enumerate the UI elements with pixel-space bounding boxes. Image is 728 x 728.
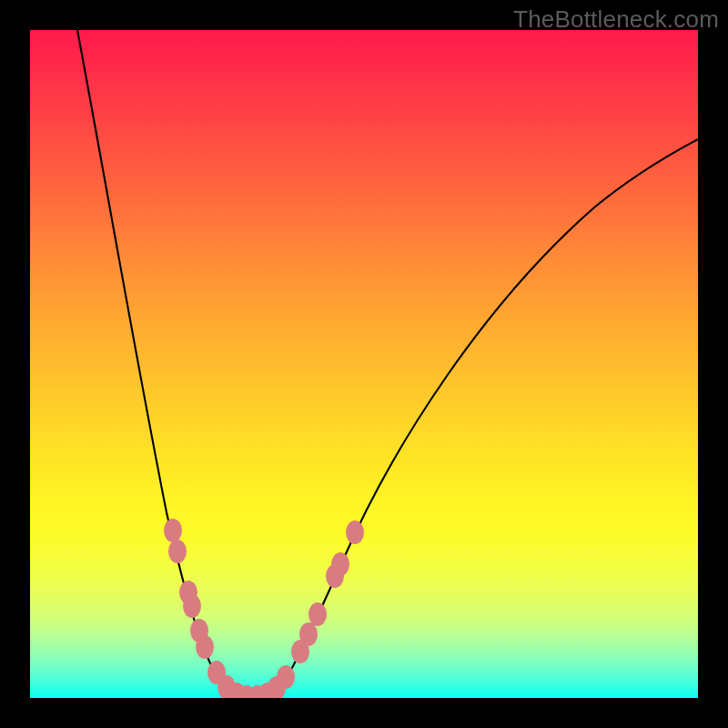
plot-area (30, 30, 698, 698)
scatter-dot (331, 552, 349, 576)
chart-svg (30, 30, 698, 698)
scatter-dot (308, 602, 327, 626)
scatter-dot (277, 665, 295, 689)
scatter-dot (196, 635, 214, 659)
scatter-dot (183, 594, 201, 618)
scatter-dots (164, 519, 364, 698)
scatter-dot (299, 622, 318, 646)
curve-left-branch (77, 30, 258, 697)
scatter-dot (346, 521, 364, 544)
scatter-dot (168, 540, 187, 563)
scatter-dot (164, 519, 182, 542)
watermark-text: TheBottleneck.com (513, 5, 719, 34)
chart-frame: TheBottleneck.com (0, 0, 728, 728)
